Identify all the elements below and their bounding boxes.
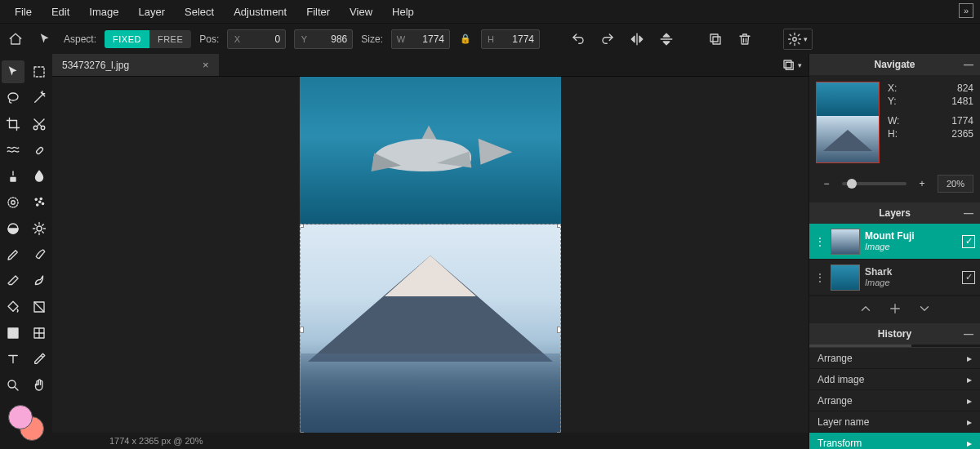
menu-bar: File Edit Image Layer Select Adjustment … xyxy=(0,0,980,23)
eraser-tool-icon[interactable] xyxy=(2,269,24,292)
aspect-fixed-button[interactable]: FIXED xyxy=(105,30,149,48)
undo-icon[interactable] xyxy=(568,29,589,50)
foreground-color-swatch[interactable] xyxy=(8,405,33,429)
pen-tool-icon[interactable] xyxy=(2,243,24,266)
pos-x-field[interactable]: X0 xyxy=(227,29,286,49)
history-item-current[interactable]: Transform▸ xyxy=(809,433,980,449)
dodge-tool-icon[interactable] xyxy=(2,217,24,240)
drag-handle-icon[interactable]: ⋮ xyxy=(814,235,826,248)
home-icon[interactable] xyxy=(5,29,26,50)
flip-vertical-icon[interactable] xyxy=(656,29,677,50)
zoom-in-icon[interactable]: + xyxy=(911,173,933,194)
layers-title: Layers xyxy=(879,207,911,219)
resize-handle-ml[interactable] xyxy=(300,327,304,333)
smudge-tool-icon[interactable] xyxy=(28,269,51,292)
arrow-tool-icon[interactable] xyxy=(34,29,56,50)
layer-up-icon[interactable] xyxy=(858,301,873,318)
history-item[interactable]: Add image▸ xyxy=(809,369,980,390)
sharpen-tool-icon[interactable] xyxy=(28,217,51,240)
lock-aspect-icon[interactable]: 🔒 xyxy=(458,33,473,44)
fuji-layer-image-selected[interactable] xyxy=(300,224,561,433)
history-panel-header[interactable]: History— xyxy=(809,323,980,345)
heal-tool-icon[interactable] xyxy=(28,139,51,162)
nav-h-value: 2365 xyxy=(951,128,973,140)
aspect-free-button[interactable]: FREE xyxy=(149,30,191,48)
layer-controls xyxy=(809,296,980,323)
crop-tool-icon[interactable] xyxy=(2,113,24,136)
sponge-tool-icon[interactable] xyxy=(2,191,24,214)
menu-filter[interactable]: Filter xyxy=(296,2,340,22)
toolbox xyxy=(0,54,52,449)
close-tab-icon[interactable]: × xyxy=(203,59,209,71)
menu-edit[interactable]: Edit xyxy=(42,2,79,22)
settings-dropdown-icon[interactable]: ▾ xyxy=(783,29,813,50)
marquee-tool-icon[interactable] xyxy=(28,60,51,83)
document-tab-bar: 53473276_l.jpg × ▾ xyxy=(52,54,808,77)
delete-icon[interactable] xyxy=(734,29,755,50)
collapse-panels-icon[interactable]: » xyxy=(959,3,973,18)
liquify-tool-icon[interactable] xyxy=(2,139,24,162)
lasso-tool-icon[interactable] xyxy=(2,87,24,109)
replace-color-tool-icon[interactable] xyxy=(28,322,51,345)
duplicate-icon[interactable] xyxy=(705,29,726,50)
size-w-key: W xyxy=(392,34,410,44)
minimize-icon[interactable]: — xyxy=(964,59,973,70)
wand-tool-icon[interactable] xyxy=(28,87,51,109)
menu-image[interactable]: Image xyxy=(79,2,128,22)
svg-point-11 xyxy=(40,198,42,199)
menu-view[interactable]: View xyxy=(340,2,382,22)
layer-row-shark[interactable]: ⋮ SharkImage ✓ xyxy=(809,260,980,296)
minimize-icon[interactable]: — xyxy=(964,207,973,219)
clone-tool-icon[interactable] xyxy=(2,165,24,188)
minimize-icon[interactable]: — xyxy=(964,328,973,340)
canvas[interactable] xyxy=(52,77,808,433)
disperse-tool-icon[interactable] xyxy=(28,191,51,214)
resize-handle-tr[interactable] xyxy=(557,224,561,228)
shape-tool-icon[interactable] xyxy=(2,322,24,345)
menu-layer[interactable]: Layer xyxy=(129,2,176,22)
navigate-panel-header[interactable]: Navigate— xyxy=(809,54,980,75)
window-arrange-icon[interactable]: ▾ xyxy=(781,55,802,76)
drag-handle-icon[interactable]: ⋮ xyxy=(814,271,826,284)
document-tab[interactable]: 53473276_l.jpg × xyxy=(52,54,219,76)
zoom-out-icon[interactable]: − xyxy=(816,173,837,194)
navigator-thumbnail[interactable] xyxy=(816,82,880,163)
cut-tool-icon[interactable] xyxy=(28,113,51,136)
layer-down-icon[interactable] xyxy=(917,301,932,318)
hand-tool-icon[interactable] xyxy=(28,374,51,397)
history-item[interactable]: Arrange▸ xyxy=(809,390,980,411)
add-layer-icon[interactable] xyxy=(888,301,902,318)
layer-row-fuji[interactable]: ⋮ Mount FujiImage ✓ xyxy=(809,224,980,260)
color-swatches[interactable] xyxy=(8,405,44,441)
zoom-value-field[interactable]: 20% xyxy=(938,175,973,193)
resize-handle-mr[interactable] xyxy=(557,327,561,333)
menu-select[interactable]: Select xyxy=(175,2,224,22)
eyedropper-tool-icon[interactable] xyxy=(28,348,51,371)
move-tool-icon[interactable] xyxy=(2,60,24,83)
layers-panel-header[interactable]: Layers— xyxy=(809,202,980,224)
history-item[interactable]: Arrange▸ xyxy=(809,348,980,369)
layer-visibility-checkbox[interactable]: ✓ xyxy=(962,235,975,248)
resize-handle-bl[interactable] xyxy=(300,432,304,433)
size-w-field[interactable]: W1774 xyxy=(391,29,450,49)
fill-tool-icon[interactable] xyxy=(2,296,24,318)
size-h-field[interactable]: H1774 xyxy=(481,29,540,49)
brush-tool-icon[interactable] xyxy=(28,243,51,266)
resize-handle-br[interactable] xyxy=(557,432,561,433)
history-label: Arrange xyxy=(817,395,853,407)
flip-horizontal-icon[interactable] xyxy=(626,29,648,50)
layer-visibility-checkbox[interactable]: ✓ xyxy=(962,271,975,284)
menu-help[interactable]: Help xyxy=(382,2,424,22)
zoom-tool-icon[interactable] xyxy=(2,374,24,397)
menu-file[interactable]: File xyxy=(5,2,42,22)
svg-point-2 xyxy=(793,37,797,41)
menu-adjustment[interactable]: Adjustment xyxy=(224,2,296,22)
zoom-slider[interactable] xyxy=(842,182,906,185)
blur-tool-icon[interactable] xyxy=(28,165,51,188)
resize-handle-tl[interactable] xyxy=(300,224,304,228)
text-tool-icon[interactable] xyxy=(2,348,24,371)
pos-y-field[interactable]: Y986 xyxy=(294,29,353,49)
redo-icon[interactable] xyxy=(597,29,618,50)
history-item[interactable]: Layer name▸ xyxy=(809,411,980,433)
gradient-tool-icon[interactable] xyxy=(28,296,51,318)
